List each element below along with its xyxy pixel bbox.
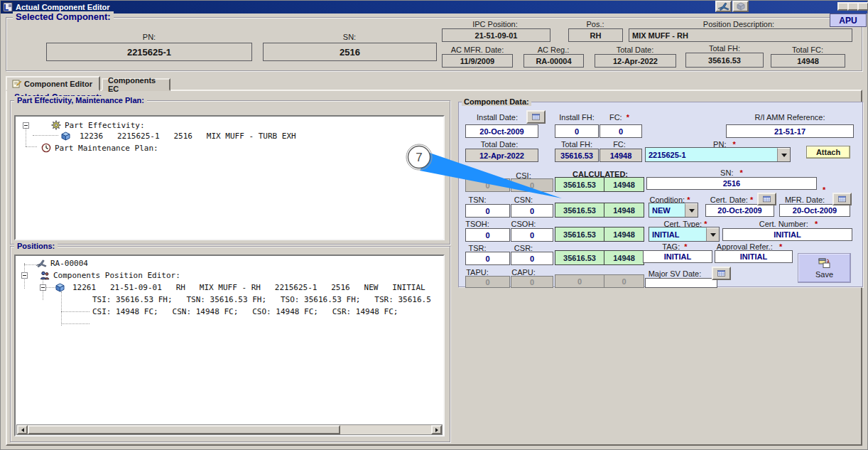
install-fh-input[interactable]: 0 xyxy=(555,124,599,138)
cd-total-date-label: Total Date: xyxy=(481,140,519,149)
part-plan-group-title: Part Effectivity, Maintenance Plan: xyxy=(14,96,147,105)
install-fc-input[interactable]: 0 xyxy=(600,124,642,138)
tree-node-position-editor[interactable]: Components Position Editor: xyxy=(21,271,180,280)
chevron-down-icon[interactable] xyxy=(777,148,790,161)
calendar-icon[interactable] xyxy=(712,267,731,280)
save-icon xyxy=(818,258,831,269)
condition-combo[interactable]: NEW xyxy=(649,203,698,218)
cert-number-input[interactable]: INITIAL xyxy=(722,228,852,241)
collapse-icon[interactable] xyxy=(21,272,28,279)
component-box-icon[interactable] xyxy=(732,1,749,12)
pn-value: 2215625-1 xyxy=(46,43,252,61)
edit-note-icon xyxy=(12,79,21,88)
csr-input[interactable]: 0 xyxy=(511,252,553,265)
positions-tree: RA-00004 Components Position Editor: 122… xyxy=(14,255,445,436)
group-icon xyxy=(40,271,50,280)
scrollbar-thumb[interactable] xyxy=(28,425,340,434)
approval-refer-input[interactable]: INITIAL xyxy=(715,250,793,263)
application-window: Actual Component Editor Selected Compone… xyxy=(0,0,868,450)
pn-combo[interactable]: 2215625-1 xyxy=(645,147,791,162)
ac-reg-value: RA-00004 xyxy=(523,54,584,68)
install-date-label: Install Date: xyxy=(477,113,518,122)
csoh-input[interactable]: 0 xyxy=(511,228,553,242)
tab-label: Component Editor xyxy=(24,80,92,88)
collapse-icon[interactable] xyxy=(40,284,46,291)
header-group-title: Selected Component: xyxy=(13,11,114,22)
airplane-icon xyxy=(36,259,47,268)
tsn-input[interactable]: 0 xyxy=(465,204,510,218)
sn-value: 2516 xyxy=(263,43,437,61)
collapse-icon[interactable] xyxy=(23,122,29,129)
position-description-label: Position Description: xyxy=(703,20,774,28)
position-description-value: MIX MUFF - RH xyxy=(629,28,852,42)
cd-total-fh-value: 35616.53 xyxy=(555,149,599,162)
tree-node-label: 12236 2215625-1 2516 MIX MUFF - TURB EXH xyxy=(80,132,296,141)
tsoh-label: TSOH: xyxy=(465,220,489,228)
csoh-label: CSOH: xyxy=(511,220,536,228)
tag-input[interactable]: INITIAL xyxy=(643,250,712,263)
calculated-row-3: 35616.53 14948 xyxy=(555,227,644,242)
csi-value: 0 xyxy=(511,178,553,192)
install-date-input[interactable]: 20-Oct-2009 xyxy=(465,124,538,138)
calculated-row-2: 35616.53 14948 xyxy=(555,203,644,218)
ipc-position-label: IPC Position: xyxy=(472,20,518,28)
attach-button[interactable]: Attach xyxy=(806,146,850,159)
scroll-right-icon[interactable] xyxy=(431,425,442,434)
pos-value: RH xyxy=(568,28,623,42)
cd-total-fc-label: FC: xyxy=(613,140,626,149)
cube-icon xyxy=(61,132,70,141)
tree-node-maintenance-plan[interactable]: Part Maintenance Plan: xyxy=(41,143,158,153)
csn-label: CSN: xyxy=(514,195,533,204)
close-icon[interactable] xyxy=(857,2,868,11)
tree-node-label: 12261 21-51-09-01 RH MIX MUFF - RH 22156… xyxy=(72,283,425,292)
positions-horizontal-scrollbar[interactable] xyxy=(16,424,443,435)
tree-node-times-fh[interactable]: TSI: 35616.53 FH; TSN: 35616.53 FH; TSO:… xyxy=(92,295,431,304)
scroll-left-icon[interactable] xyxy=(17,425,28,434)
airplane-icon[interactable] xyxy=(715,1,732,12)
major-sv-date-label: Major SV Date: xyxy=(649,269,702,278)
install-fh-label: Install FH: xyxy=(559,113,595,122)
sn-label: SN: xyxy=(343,33,356,41)
cert-date-input[interactable]: 20-Oct-2009 xyxy=(705,204,774,217)
major-sv-date-input[interactable] xyxy=(645,278,717,288)
cert-type-combo[interactable]: INITIAL xyxy=(649,227,720,242)
component-data-title: Component Data: xyxy=(462,97,531,106)
mfr-date-input[interactable]: 20-Oct-2009 xyxy=(779,204,850,217)
chevron-down-icon[interactable] xyxy=(685,203,698,217)
mfr-date-required: * xyxy=(823,186,825,194)
tsr-input[interactable]: 0 xyxy=(465,252,510,265)
tree-node-part-effectivity[interactable]: Part Effectivity: xyxy=(23,120,145,130)
calendar-icon[interactable] xyxy=(832,193,852,205)
part-plan-tree: Part Effectivity: 12236 2215625-1 2516 M… xyxy=(14,115,445,240)
tsn-label: TSN: xyxy=(468,195,486,204)
tsoh-input[interactable]: 0 xyxy=(465,228,510,242)
save-button-label: Save xyxy=(815,270,833,279)
calculated-row-5: 0 0 xyxy=(555,274,644,288)
ri-amm-reference-input[interactable]: 21-51-17 xyxy=(726,124,854,138)
apu-badge[interactable]: APU xyxy=(830,14,867,27)
tab-component-editor[interactable]: Component Editor xyxy=(6,76,100,91)
tree-node-label: Components Position Editor: xyxy=(53,271,180,280)
cd-sn-input[interactable]: 2516 xyxy=(646,177,817,190)
calendar-icon[interactable] xyxy=(757,193,776,205)
chevron-down-icon[interactable] xyxy=(706,227,719,241)
total-fc-value: 14948 xyxy=(771,54,845,68)
calendar-icon[interactable] xyxy=(526,110,546,124)
tree-node-label: Part Effectivity: xyxy=(65,121,145,130)
calculated-row-1: 35616.53 14948 xyxy=(555,177,644,192)
app-icon xyxy=(3,2,13,12)
tree-node-label: CSI: 14948 FC; CSN: 14948 FC; CSO: 14948… xyxy=(92,307,398,316)
ipc-position-value: 21-51-09-01 xyxy=(442,28,550,42)
tree-node-aircraft[interactable]: RA-00004 xyxy=(36,259,88,268)
tree-node-times-fc[interactable]: CSI: 14948 FC; CSN: 14948 FC; CSO: 14948… xyxy=(92,307,398,316)
tab-components-ec[interactable]: Components EC xyxy=(102,78,170,91)
tree-node-part-item[interactable]: 12236 2215625-1 2516 MIX MUFF - TURB EXH xyxy=(61,132,296,141)
install-fc-label: FC: * xyxy=(609,113,629,122)
gear-icon xyxy=(51,120,61,130)
tree-node-label: Part Maintenance Plan: xyxy=(55,144,158,153)
tree-node-component-position[interactable]: 12261 21-51-09-01 RH MIX MUFF - RH 22156… xyxy=(40,283,425,292)
save-button[interactable]: Save xyxy=(798,253,851,283)
total-date-value: 12-Apr-2022 xyxy=(595,54,676,68)
csn-input[interactable]: 0 xyxy=(511,204,553,218)
pn-label: PN: xyxy=(143,33,156,41)
